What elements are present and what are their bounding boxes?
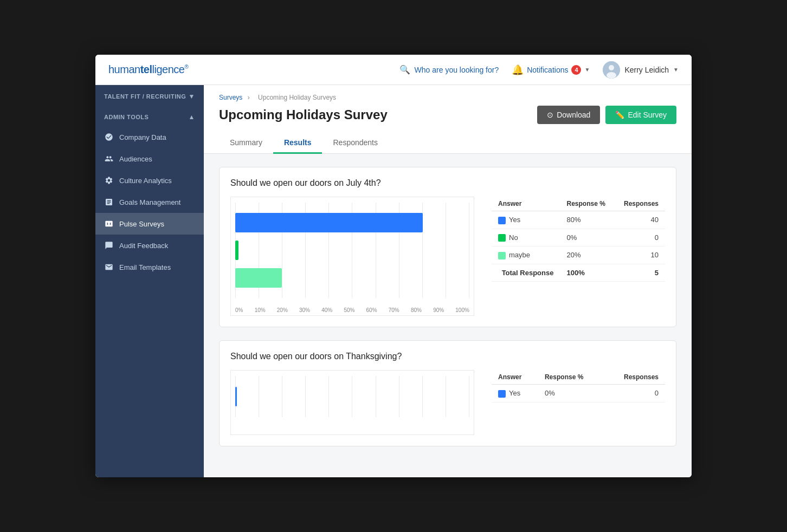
sidebar-item-culture-analytics[interactable]: Culture Analytics [95,170,204,191]
company-data-label: Company Data [119,133,166,141]
total-label: Total Response [492,264,560,281]
col-pct-header-2: Response % [538,370,604,385]
breadcrumb: Surveys › Upcoming Holiday Surveys [219,94,676,101]
company-data-icon [104,132,114,142]
x-label-60: 60% [366,307,377,313]
total-row: Total Response 100% 5 [492,264,665,281]
no-count: 0 [615,229,665,246]
table-row: maybe 20% 10 [492,246,665,264]
sidebar-item-audiences[interactable]: Audiences [95,148,204,170]
col-answer-header-2: Answer [492,370,538,385]
user-name: Kerry Leidich [624,66,669,74]
culture-analytics-label: Culture Analytics [119,177,172,185]
admin-chevron-icon: ▲ [189,113,195,121]
yes-q2-label: Yes [509,389,520,397]
total-count: 5 [615,264,665,281]
question-2-title: Should we open our doors on Thanksgiving… [230,352,665,361]
tab-summary[interactable]: Summary [219,133,273,154]
sidebar-item-email-templates[interactable]: Email Templates [95,256,204,278]
goals-management-label: Goals Management [119,198,180,206]
maybe-count: 10 [615,246,665,264]
culture-analytics-icon [104,176,114,185]
notifications-button[interactable]: 🔔 Notifications 4 ▼ [512,64,590,76]
yes-color-dot [498,217,506,224]
x-label-70: 70% [389,307,399,313]
yes-label: Yes [509,216,520,224]
email-icon [104,262,114,272]
breadcrumb-separator: › [248,94,250,101]
tabs: Summary Results Respondents [219,133,676,153]
admin-section-label: ADMIN TOOLS [104,114,149,120]
col-answer-header: Answer [492,197,560,211]
chart-1: 0% 10% 20% 30% 40% 50% 60% 70% 80% 90% [230,197,474,316]
sidebar: TALENT FIT / RECRUITING ▼ ADMIN TOOLS ▲ … [95,85,204,477]
col-count-header-2: Responses [604,370,665,385]
x-label-100: 100% [455,307,469,313]
talent-section-label: TALENT FIT / RECRUITING [104,93,186,100]
breadcrumb-surveys[interactable]: Surveys [219,94,242,101]
sidebar-section-talent[interactable]: TALENT FIT / RECRUITING ▼ [95,85,204,106]
page-title: Upcoming Holidays Survey [219,107,388,122]
question-1-title: Should we open our doors on July 4th? [230,178,665,188]
notif-chevron-icon: ▼ [584,67,590,73]
sidebar-section-admin[interactable]: ADMIN TOOLS ▲ [95,106,204,126]
yes-q2-pct: 0% [538,385,604,403]
download-icon: ⊙ [547,111,553,119]
maybe-color-dot [498,252,506,259]
goals-icon [104,197,114,207]
tab-results[interactable]: Results [273,133,322,154]
yes-q2-dot [498,390,506,398]
sidebar-item-goals-management[interactable]: Goals Management [95,191,204,213]
audit-feedback-label: Audit Feedback [119,242,168,250]
x-label-0: 0% [235,307,243,313]
content-header: Surveys › Upcoming Holiday Surveys Upcom… [204,85,692,154]
col-pct-header: Response % [560,197,615,211]
audiences-label: Audiences [119,155,152,163]
sidebar-item-company-data[interactable]: Company Data [95,126,204,148]
audiences-icon [104,154,114,164]
no-label: No [509,233,518,242]
response-table-2: Answer Response % Responses Yes 0% [492,370,665,403]
response-table-1: Answer Response % Responses Yes 80% [492,197,665,282]
sidebar-item-audit-feedback[interactable]: Audit Feedback [95,235,204,256]
question-2-block: Should we open our doors on Thanksgiving… [219,340,676,446]
user-menu[interactable]: Kerry Leidich ▼ [603,61,679,79]
sidebar-item-pulse-surveys[interactable]: Pulse Surveys [95,213,204,235]
tab-respondents[interactable]: Respondents [322,133,389,154]
main-content: Surveys › Upcoming Holiday Surveys Upcom… [204,85,692,477]
logo: humantelligence® [108,63,188,76]
download-button[interactable]: ⊙ Download [537,106,600,124]
notifications-label: Notifications [527,66,568,74]
maybe-pct: 20% [560,246,615,264]
no-pct: 0% [560,229,615,246]
search-placeholder: Who are you looking for? [415,66,499,74]
total-pct: 100% [560,264,615,281]
chart-2 [230,370,474,435]
x-label-20: 20% [277,307,288,313]
audit-icon [104,241,114,250]
table-row: Yes 80% 40 [492,211,665,229]
yes-pct: 80% [560,211,615,229]
survey-content: Should we open our doors on July 4th? [204,154,692,472]
table-row: No 0% 0 [492,229,665,246]
x-label-80: 80% [411,307,422,313]
x-label-50: 50% [344,307,354,313]
breadcrumb-current: Upcoming Holiday Surveys [258,94,336,101]
bar-no [235,241,469,260]
maybe-label: maybe [509,251,530,259]
bell-icon: 🔔 [512,64,524,76]
x-label-90: 90% [433,307,444,313]
x-label-30: 30% [299,307,310,313]
bar-maybe [235,268,469,288]
question-1-block: Should we open our doors on July 4th? [219,167,676,327]
svg-point-1 [609,65,614,70]
email-templates-label: Email Templates [119,263,171,271]
edit-survey-button[interactable]: ✏️ Edit Survey [605,106,676,124]
search-bar[interactable]: 🔍 Who are you looking for? [399,64,499,75]
yes-q2-count: 0 [604,385,665,403]
talent-chevron-icon: ▼ [189,93,195,100]
x-label-10: 10% [255,307,266,313]
col-count-header: Responses [615,197,665,211]
pulse-surveys-icon [104,219,114,229]
bar-yes [235,213,469,232]
